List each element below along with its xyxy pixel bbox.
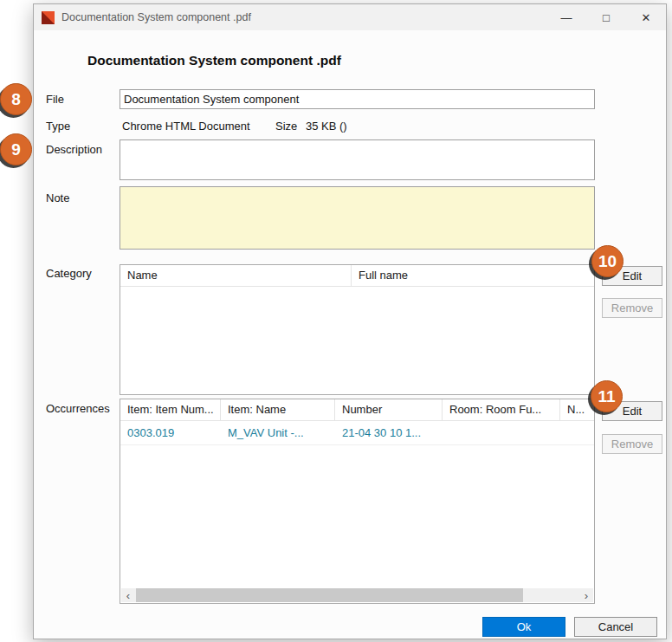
size-value: 35 KB () xyxy=(306,120,347,133)
occurrence-item-number: 0303.019 xyxy=(120,426,221,439)
scroll-left-arrow-icon[interactable]: ‹ xyxy=(121,588,135,602)
occurrences-label: Occurrences xyxy=(46,402,110,415)
callout-badge-10: 10 xyxy=(591,245,624,277)
category-column-name[interactable]: Name xyxy=(120,265,352,286)
description-label: Description xyxy=(46,143,102,156)
note-textarea[interactable] xyxy=(120,186,595,250)
cancel-button[interactable]: Cancel xyxy=(574,617,657,637)
occurrences-table-header: Item: Item Num... Item: Name Number Room… xyxy=(120,399,594,421)
close-button[interactable]: ✕ xyxy=(626,4,666,30)
occurrences-column-number[interactable]: Number xyxy=(335,399,443,420)
type-value: Chrome HTML Document xyxy=(122,120,250,133)
app-icon xyxy=(42,11,55,24)
category-table-header: Name Full name xyxy=(120,265,594,287)
occurrences-column-item-number[interactable]: Item: Item Num... xyxy=(120,399,221,420)
occurrences-table[interactable]: Item: Item Num... Item: Name Number Room… xyxy=(120,399,595,604)
scrollbar-thumb[interactable] xyxy=(136,588,523,602)
occurrences-column-room-function[interactable]: Room: Room Fu... xyxy=(443,399,560,420)
size-label: Size xyxy=(275,120,297,133)
occurrences-column-item-name[interactable]: Item: Name xyxy=(221,399,335,420)
note-label: Note xyxy=(46,191,69,204)
description-textarea[interactable] xyxy=(120,139,595,180)
category-table[interactable]: Name Full name xyxy=(120,264,595,395)
type-label: Type xyxy=(46,120,70,133)
occurrences-column-partial[interactable]: N... xyxy=(560,399,594,420)
callout-badge-9: 9 xyxy=(0,133,32,165)
ok-button[interactable]: Ok xyxy=(482,617,565,637)
horizontal-scrollbar[interactable]: ‹ › xyxy=(121,588,593,602)
file-label: File xyxy=(46,93,64,106)
window-title: Documentation System component .pdf xyxy=(61,11,251,23)
occurrences-remove-button[interactable]: Remove xyxy=(602,434,662,454)
screenshot-canvas: { "window": { "title": "Documentation Sy… xyxy=(0,0,672,642)
file-input[interactable] xyxy=(120,89,595,109)
occurrences-table-row[interactable]: 0303.019 M_VAV Unit -... 21-04 30 10 1..… xyxy=(120,421,594,445)
window-controls: — □ ✕ xyxy=(546,4,666,30)
category-label: Category xyxy=(46,267,92,280)
callout-badge-8: 8 xyxy=(0,83,32,115)
page-title: Documentation System component .pdf xyxy=(87,53,341,68)
minimize-button[interactable]: — xyxy=(546,4,586,30)
category-column-fullname[interactable]: Full name xyxy=(352,265,594,286)
titlebar: Documentation System component .pdf — □ … xyxy=(34,4,666,30)
dialog-window: Documentation System component .pdf — □ … xyxy=(33,3,667,639)
occurrence-number: 21-04 30 10 1... xyxy=(335,426,443,439)
occurrence-item-name: M_VAV Unit -... xyxy=(221,426,335,439)
callout-badge-11: 11 xyxy=(591,380,623,412)
scroll-right-arrow-icon[interactable]: › xyxy=(579,588,593,602)
maximize-button[interactable]: □ xyxy=(586,4,626,30)
category-remove-button[interactable]: Remove xyxy=(602,298,662,318)
